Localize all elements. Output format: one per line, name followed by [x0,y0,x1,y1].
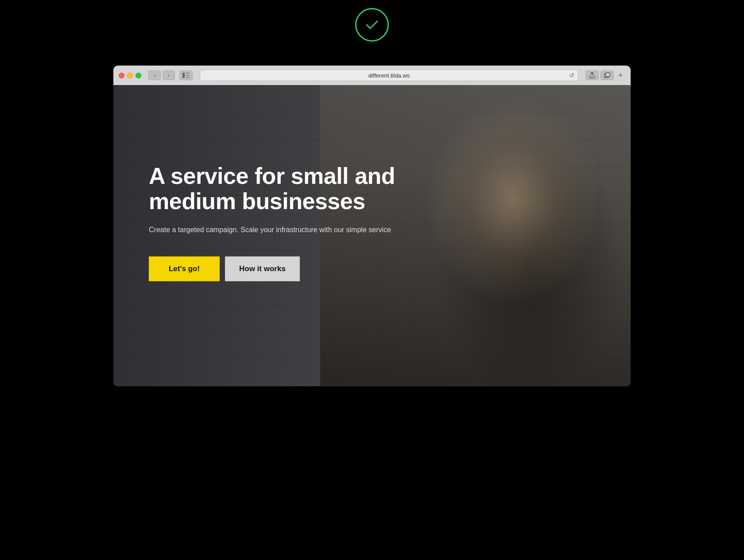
minimize-button[interactable] [127,73,133,78]
hero-title: A service for small and medium businesse… [149,163,397,214]
maximize-button[interactable] [136,73,141,78]
website-content: A service for small and medium businesse… [113,85,631,386]
new-window-icon [604,72,610,78]
back-button[interactable]: ‹ [148,70,161,80]
forward-button[interactable]: › [163,70,175,80]
svg-rect-0 [182,73,185,78]
nav-buttons: ‹ › [148,70,175,80]
svg-rect-5 [606,73,610,77]
svg-rect-3 [186,77,190,78]
hero-subtitle: Create a targeted campaign. Scale your i… [149,225,397,235]
browser-toolbar: ‹ › different.tilda.ws ↺ [113,66,631,85]
share-icon [589,72,595,79]
new-window-button[interactable] [601,70,614,80]
how-it-works-button[interactable]: How it works [225,257,300,281]
success-check-icon [355,8,389,42]
close-button[interactable] [119,73,124,78]
browser-window: ‹ › different.tilda.ws ↺ [113,66,631,386]
address-bar[interactable]: different.tilda.ws ↺ [200,70,578,81]
back-icon: ‹ [154,72,155,78]
sidebar-icon [182,73,190,78]
svg-rect-2 [186,75,190,76]
sidebar-toggle-button[interactable] [179,70,193,80]
svg-rect-1 [186,73,190,74]
browser-actions: + [585,70,625,80]
lets-go-button[interactable]: Let's go! [149,257,220,281]
new-tab-button[interactable]: + [616,70,625,80]
url-text: different.tilda.ws [368,72,410,79]
cta-buttons: Let's go! How it works [149,257,397,281]
hero-section: A service for small and medium businesse… [149,163,397,281]
share-button[interactable] [585,70,599,80]
forward-icon: › [168,72,170,78]
reload-button[interactable]: ↺ [569,72,574,79]
checkmark-svg [364,17,380,33]
traffic-lights [119,73,141,78]
